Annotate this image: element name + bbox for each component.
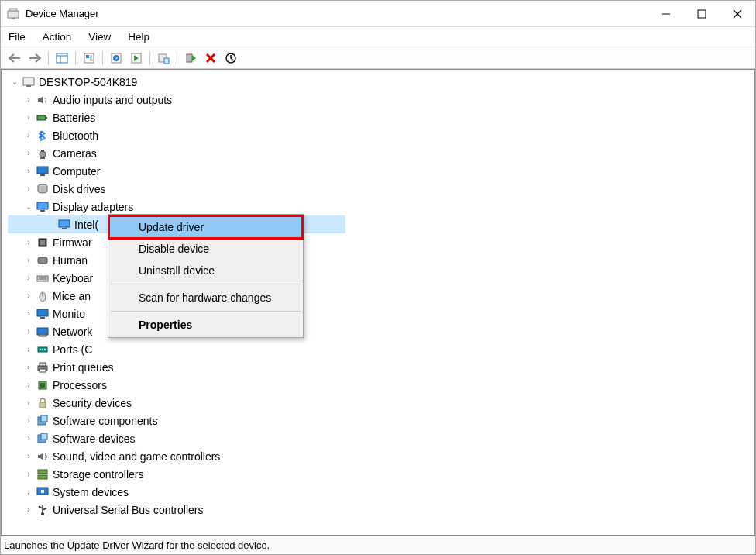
enable-device-button[interactable] xyxy=(181,50,200,67)
svg-rect-57 xyxy=(40,383,45,388)
expander-right-icon[interactable]: › xyxy=(23,345,34,353)
mouse-icon xyxy=(36,289,50,303)
svg-rect-11 xyxy=(86,55,89,58)
expander-right-icon[interactable]: › xyxy=(23,274,34,282)
camera-icon xyxy=(36,147,50,160)
chip-icon xyxy=(36,236,50,250)
context-menu-disable-device[interactable]: Disable device xyxy=(109,238,302,260)
update-driver-button[interactable] xyxy=(154,50,173,67)
title-bar: Device Manager xyxy=(1,1,755,27)
expander-right-icon[interactable]: › xyxy=(23,398,34,407)
tree-category-label: Storage controllers xyxy=(53,468,144,481)
expander-right-icon[interactable]: › xyxy=(23,327,34,336)
expander-right-icon[interactable]: › xyxy=(23,416,34,425)
tree-category[interactable]: ›Security devices xyxy=(8,394,748,412)
context-menu-properties[interactable]: Properties xyxy=(109,314,302,336)
expander-right-icon[interactable]: › xyxy=(23,505,34,514)
tree-category-label: Software components xyxy=(53,415,157,427)
minimize-button[interactable] xyxy=(648,1,684,26)
tree-category[interactable]: ›System devices xyxy=(8,483,748,501)
svg-rect-60 xyxy=(41,415,47,422)
scan-hardware-button[interactable] xyxy=(127,50,146,67)
expander-right-icon[interactable]: › xyxy=(23,363,34,371)
printer-icon xyxy=(36,360,50,374)
tree-category-label: Universal Serial Bus controllers xyxy=(53,504,204,516)
disk-icon xyxy=(36,182,50,196)
context-menu-scan-hardware[interactable]: Scan for hardware changes xyxy=(109,287,302,309)
svg-rect-70 xyxy=(45,508,46,509)
expander-right-icon[interactable]: › xyxy=(23,452,34,460)
storage-icon xyxy=(36,467,50,481)
tree-category[interactable]: ›Storage controllers xyxy=(8,465,748,483)
uninstall-device-button[interactable] xyxy=(201,50,220,67)
expander-right-icon[interactable]: › xyxy=(23,113,34,122)
help-button[interactable]: ? xyxy=(107,50,125,67)
close-button[interactable] xyxy=(720,1,755,26)
svg-rect-30 xyxy=(37,167,48,174)
tree-category-label: Ports (C xyxy=(53,343,92,356)
expander-right-icon[interactable]: › xyxy=(23,238,34,246)
tree-root[interactable]: ⌄ DESKTOP-504K819 xyxy=(8,73,748,91)
show-hide-tree-button[interactable] xyxy=(53,50,71,67)
expander-right-icon[interactable]: › xyxy=(23,291,34,300)
menu-help[interactable]: Help xyxy=(126,29,151,44)
tree-root-label: DESKTOP-504K819 xyxy=(39,76,137,88)
svg-rect-39 xyxy=(38,257,47,264)
tree-category[interactable]: ›Computer xyxy=(8,162,748,180)
svg-point-51 xyxy=(42,349,43,350)
nav-back-button[interactable] xyxy=(5,50,24,67)
tree-category[interactable]: ›Bluetooth xyxy=(8,126,748,144)
expander-right-icon[interactable]: › xyxy=(23,95,34,104)
expander-right-icon[interactable]: › xyxy=(23,149,34,157)
tree-category-label: Mice an xyxy=(53,290,91,302)
tree-category[interactable]: ›Print queues xyxy=(8,358,748,376)
expander-right-icon[interactable]: › xyxy=(23,488,34,496)
monitor-icon xyxy=(36,164,50,178)
svg-rect-36 xyxy=(62,228,67,229)
svg-rect-7 xyxy=(57,53,67,63)
expander-right-icon[interactable]: › xyxy=(23,167,34,175)
context-menu-uninstall-device[interactable]: Uninstall device xyxy=(109,260,302,281)
status-text: Launches the Update Driver Wizard for th… xyxy=(4,539,270,551)
tree-category[interactable]: ›Universal Serial Bus controllers xyxy=(8,501,748,519)
tree-category[interactable]: ›Ports (C xyxy=(8,340,748,358)
tree-category[interactable]: ⌄Display adapters xyxy=(8,198,748,215)
expander-right-icon[interactable]: › xyxy=(23,381,34,389)
svg-point-69 xyxy=(39,505,41,508)
expander-down-icon[interactable]: ⌄ xyxy=(23,202,34,211)
tree-category[interactable]: ›Software devices xyxy=(8,429,748,447)
tree-category[interactable]: ›Audio inputs and outputs xyxy=(8,91,748,109)
nav-forward-button[interactable] xyxy=(26,50,44,67)
expander-down-icon[interactable]: ⌄ xyxy=(9,78,20,86)
properties-button[interactable] xyxy=(80,50,98,67)
disable-device-button[interactable] xyxy=(222,50,240,67)
svg-rect-62 xyxy=(41,433,47,440)
menu-view[interactable]: View xyxy=(87,29,112,44)
expander-right-icon[interactable]: › xyxy=(23,470,34,478)
expander-right-icon[interactable]: › xyxy=(23,131,34,140)
tree-category[interactable]: ›Software components xyxy=(8,412,748,429)
device-tree[interactable]: ⌄ DESKTOP-504K819 ›Audio inputs and outp… xyxy=(1,69,755,536)
tree-category[interactable]: ›Cameras xyxy=(8,144,748,162)
svg-rect-33 xyxy=(37,202,48,209)
svg-rect-0 xyxy=(8,11,19,18)
expander-right-icon[interactable]: › xyxy=(23,256,34,264)
port-icon xyxy=(36,343,50,357)
expander-right-icon[interactable]: › xyxy=(23,434,34,443)
expander-right-icon[interactable]: › xyxy=(23,309,34,318)
menu-action[interactable]: Action xyxy=(41,29,74,44)
context-menu-update-driver[interactable]: Update driver xyxy=(109,216,302,238)
tree-category[interactable]: ›Batteries xyxy=(8,109,748,126)
speaker-icon xyxy=(36,93,50,107)
display-icon xyxy=(57,218,71,232)
tree-category[interactable]: ›Processors xyxy=(8,376,748,394)
svg-point-50 xyxy=(40,349,41,350)
svg-rect-1 xyxy=(12,18,15,19)
expander-right-icon[interactable]: › xyxy=(23,184,34,193)
maximize-button[interactable] xyxy=(684,1,720,26)
tree-category[interactable]: ›Sound, video and game controllers xyxy=(8,447,748,465)
tree-category-label: Security devices xyxy=(53,397,132,409)
battery-icon xyxy=(36,111,50,125)
menu-file[interactable]: File xyxy=(7,29,27,44)
tree-category[interactable]: ›Disk drives xyxy=(8,180,748,198)
